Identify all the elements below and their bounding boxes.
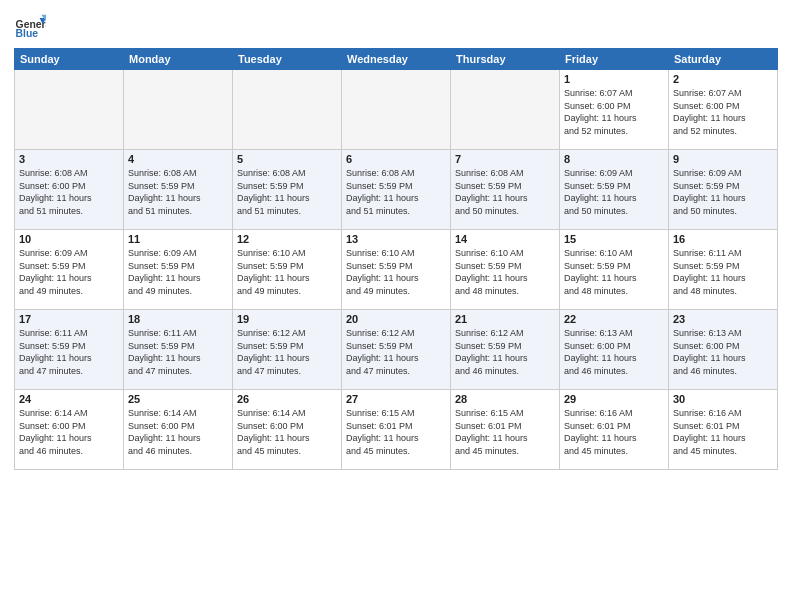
day-cell: 27Sunrise: 6:15 AM Sunset: 6:01 PM Dayli… [342,390,451,470]
day-number: 17 [19,313,119,325]
week-row-1: 1Sunrise: 6:07 AM Sunset: 6:00 PM Daylig… [15,70,778,150]
day-cell: 11Sunrise: 6:09 AM Sunset: 5:59 PM Dayli… [124,230,233,310]
day-number: 27 [346,393,446,405]
day-cell [124,70,233,150]
weekday-header-monday: Monday [124,49,233,70]
day-cell: 8Sunrise: 6:09 AM Sunset: 5:59 PM Daylig… [560,150,669,230]
day-info: Sunrise: 6:11 AM Sunset: 5:59 PM Dayligh… [673,247,773,297]
weekday-header-saturday: Saturday [669,49,778,70]
day-info: Sunrise: 6:14 AM Sunset: 6:00 PM Dayligh… [237,407,337,457]
day-info: Sunrise: 6:08 AM Sunset: 5:59 PM Dayligh… [455,167,555,217]
day-cell: 7Sunrise: 6:08 AM Sunset: 5:59 PM Daylig… [451,150,560,230]
day-cell: 13Sunrise: 6:10 AM Sunset: 5:59 PM Dayli… [342,230,451,310]
day-cell: 6Sunrise: 6:08 AM Sunset: 5:59 PM Daylig… [342,150,451,230]
day-info: Sunrise: 6:15 AM Sunset: 6:01 PM Dayligh… [455,407,555,457]
day-info: Sunrise: 6:09 AM Sunset: 5:59 PM Dayligh… [564,167,664,217]
day-cell [342,70,451,150]
day-number: 23 [673,313,773,325]
day-cell: 23Sunrise: 6:13 AM Sunset: 6:00 PM Dayli… [669,310,778,390]
day-info: Sunrise: 6:08 AM Sunset: 5:59 PM Dayligh… [346,167,446,217]
day-number: 20 [346,313,446,325]
day-number: 7 [455,153,555,165]
day-cell: 29Sunrise: 6:16 AM Sunset: 6:01 PM Dayli… [560,390,669,470]
day-info: Sunrise: 6:14 AM Sunset: 6:00 PM Dayligh… [19,407,119,457]
day-number: 11 [128,233,228,245]
day-cell: 4Sunrise: 6:08 AM Sunset: 5:59 PM Daylig… [124,150,233,230]
day-number: 25 [128,393,228,405]
day-info: Sunrise: 6:10 AM Sunset: 5:59 PM Dayligh… [237,247,337,297]
day-cell: 25Sunrise: 6:14 AM Sunset: 6:00 PM Dayli… [124,390,233,470]
day-cell: 21Sunrise: 6:12 AM Sunset: 5:59 PM Dayli… [451,310,560,390]
calendar: SundayMondayTuesdayWednesdayThursdayFrid… [14,48,778,470]
day-info: Sunrise: 6:08 AM Sunset: 5:59 PM Dayligh… [128,167,228,217]
day-cell: 3Sunrise: 6:08 AM Sunset: 6:00 PM Daylig… [15,150,124,230]
logo: General Blue [14,10,50,42]
day-cell: 2Sunrise: 6:07 AM Sunset: 6:00 PM Daylig… [669,70,778,150]
day-cell [233,70,342,150]
day-info: Sunrise: 6:10 AM Sunset: 5:59 PM Dayligh… [346,247,446,297]
day-info: Sunrise: 6:14 AM Sunset: 6:00 PM Dayligh… [128,407,228,457]
day-info: Sunrise: 6:16 AM Sunset: 6:01 PM Dayligh… [564,407,664,457]
day-number: 15 [564,233,664,245]
day-cell: 12Sunrise: 6:10 AM Sunset: 5:59 PM Dayli… [233,230,342,310]
weekday-header-sunday: Sunday [15,49,124,70]
day-number: 12 [237,233,337,245]
day-info: Sunrise: 6:12 AM Sunset: 5:59 PM Dayligh… [346,327,446,377]
day-number: 29 [564,393,664,405]
day-cell: 19Sunrise: 6:12 AM Sunset: 5:59 PM Dayli… [233,310,342,390]
day-info: Sunrise: 6:08 AM Sunset: 6:00 PM Dayligh… [19,167,119,217]
day-number: 13 [346,233,446,245]
day-cell: 15Sunrise: 6:10 AM Sunset: 5:59 PM Dayli… [560,230,669,310]
day-info: Sunrise: 6:09 AM Sunset: 5:59 PM Dayligh… [128,247,228,297]
weekday-header-friday: Friday [560,49,669,70]
day-number: 9 [673,153,773,165]
day-number: 22 [564,313,664,325]
day-number: 28 [455,393,555,405]
weekday-header-row: SundayMondayTuesdayWednesdayThursdayFrid… [15,49,778,70]
week-row-4: 17Sunrise: 6:11 AM Sunset: 5:59 PM Dayli… [15,310,778,390]
day-cell [451,70,560,150]
day-number: 4 [128,153,228,165]
day-info: Sunrise: 6:08 AM Sunset: 5:59 PM Dayligh… [237,167,337,217]
day-info: Sunrise: 6:12 AM Sunset: 5:59 PM Dayligh… [237,327,337,377]
day-cell: 17Sunrise: 6:11 AM Sunset: 5:59 PM Dayli… [15,310,124,390]
day-number: 1 [564,73,664,85]
weekday-header-wednesday: Wednesday [342,49,451,70]
week-row-2: 3Sunrise: 6:08 AM Sunset: 6:00 PM Daylig… [15,150,778,230]
week-row-3: 10Sunrise: 6:09 AM Sunset: 5:59 PM Dayli… [15,230,778,310]
svg-text:Blue: Blue [16,28,39,39]
day-info: Sunrise: 6:10 AM Sunset: 5:59 PM Dayligh… [455,247,555,297]
day-info: Sunrise: 6:11 AM Sunset: 5:59 PM Dayligh… [128,327,228,377]
day-number: 6 [346,153,446,165]
day-cell [15,70,124,150]
day-cell: 1Sunrise: 6:07 AM Sunset: 6:00 PM Daylig… [560,70,669,150]
day-cell: 26Sunrise: 6:14 AM Sunset: 6:00 PM Dayli… [233,390,342,470]
day-info: Sunrise: 6:13 AM Sunset: 6:00 PM Dayligh… [564,327,664,377]
day-cell: 10Sunrise: 6:09 AM Sunset: 5:59 PM Dayli… [15,230,124,310]
day-number: 21 [455,313,555,325]
day-info: Sunrise: 6:12 AM Sunset: 5:59 PM Dayligh… [455,327,555,377]
day-number: 5 [237,153,337,165]
week-row-5: 24Sunrise: 6:14 AM Sunset: 6:00 PM Dayli… [15,390,778,470]
day-cell: 9Sunrise: 6:09 AM Sunset: 5:59 PM Daylig… [669,150,778,230]
day-number: 14 [455,233,555,245]
day-cell: 5Sunrise: 6:08 AM Sunset: 5:59 PM Daylig… [233,150,342,230]
day-info: Sunrise: 6:07 AM Sunset: 6:00 PM Dayligh… [673,87,773,137]
day-number: 16 [673,233,773,245]
header: General Blue [14,10,778,42]
day-info: Sunrise: 6:13 AM Sunset: 6:00 PM Dayligh… [673,327,773,377]
day-number: 30 [673,393,773,405]
day-info: Sunrise: 6:15 AM Sunset: 6:01 PM Dayligh… [346,407,446,457]
day-info: Sunrise: 6:07 AM Sunset: 6:00 PM Dayligh… [564,87,664,137]
day-number: 18 [128,313,228,325]
day-cell: 14Sunrise: 6:10 AM Sunset: 5:59 PM Dayli… [451,230,560,310]
day-cell: 18Sunrise: 6:11 AM Sunset: 5:59 PM Dayli… [124,310,233,390]
logo-icon: General Blue [14,10,46,42]
day-number: 19 [237,313,337,325]
day-number: 24 [19,393,119,405]
weekday-header-thursday: Thursday [451,49,560,70]
day-cell: 20Sunrise: 6:12 AM Sunset: 5:59 PM Dayli… [342,310,451,390]
day-cell: 24Sunrise: 6:14 AM Sunset: 6:00 PM Dayli… [15,390,124,470]
day-cell: 16Sunrise: 6:11 AM Sunset: 5:59 PM Dayli… [669,230,778,310]
day-info: Sunrise: 6:09 AM Sunset: 5:59 PM Dayligh… [19,247,119,297]
